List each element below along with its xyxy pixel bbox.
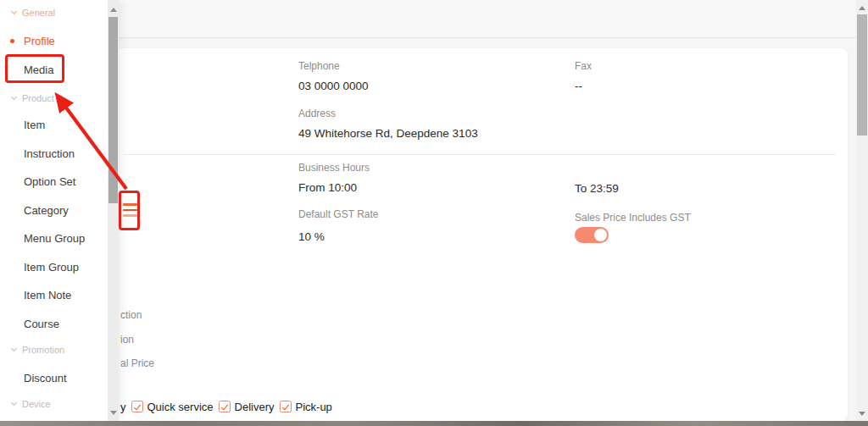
bottom-edge-strip — [0, 421, 868, 426]
checkbox-label: Pick-up — [296, 401, 332, 413]
page-scrollbar-thumb[interactable] — [857, 14, 867, 136]
sidebar-section-device[interactable]: Device — [12, 399, 51, 409]
chevron-down-icon — [11, 8, 17, 14]
checkbox-label: Delivery — [235, 401, 275, 413]
sidebar-section-label: Promotion — [22, 345, 64, 355]
scroll-down-icon[interactable] — [859, 412, 865, 416]
section-divider — [124, 154, 836, 155]
sidebar-item-label: Item Group — [24, 261, 79, 274]
chevron-down-icon — [11, 346, 17, 351]
partial-label-3: al Price — [120, 357, 154, 369]
check-icon — [133, 402, 140, 410]
page-header-band — [0, 0, 868, 38]
sidebar-item-label: Menu Group — [24, 232, 85, 245]
sidebar-item-course[interactable]: Course — [24, 318, 59, 330]
app-screen: Telphone 03 0000 0000 Fax -- Address 49 … — [0, 0, 868, 426]
checkbox-pick-up[interactable]: Pick-up — [280, 401, 332, 413]
telephone-label: Telphone — [298, 60, 340, 72]
service-label-partial: y — [120, 401, 126, 413]
partial-label-2: ion — [120, 334, 134, 346]
check-icon — [220, 402, 227, 410]
sidebar-section-product[interactable]: Product — [12, 93, 54, 103]
checkbox-quick-service[interactable]: Quick service — [131, 401, 214, 413]
sidebar-item-label: Course — [24, 318, 59, 330]
gst-rate-value: 10 % — [298, 230, 325, 243]
menu-icon[interactable] — [123, 214, 137, 217]
sidebar-item-label: Category — [24, 204, 69, 217]
menu-icon[interactable] — [123, 209, 137, 212]
sidebar-item-menu-group[interactable]: Menu Group — [24, 232, 85, 245]
sidebar-item-category[interactable]: Category — [24, 204, 69, 217]
scroll-down-icon[interactable] — [110, 411, 117, 415]
sidebar-item-item[interactable]: Item — [24, 119, 45, 131]
menu-icon[interactable] — [123, 203, 137, 206]
sidebar-item-option-set[interactable]: Option Set — [24, 175, 75, 188]
address-value: 49 Whitehorse Rd, Deepdene 3103 — [298, 127, 478, 140]
chevron-down-icon — [11, 400, 17, 406]
fax-label: Fax — [575, 60, 592, 72]
sidebar-item-label: Item — [24, 119, 45, 131]
business-hours-from: From 10:00 — [298, 181, 357, 194]
sidebar-item-label: Profile — [24, 35, 55, 47]
sidebar-item-item-note[interactable]: Item Note — [24, 289, 71, 302]
sidebar-item-label: Option Set — [24, 175, 75, 188]
sidebar-section-label: General — [22, 8, 55, 18]
gst-toggle-label: Sales Price Includes GST — [575, 212, 691, 224]
telephone-value: 03 0000 0000 — [298, 80, 369, 92]
page-scrollbar[interactable] — [856, 0, 868, 421]
toggle-knob — [594, 229, 607, 241]
sidebar-item-discount[interactable]: Discount — [24, 372, 67, 385]
checkbox-checked-icon[interactable] — [131, 401, 143, 412]
sidebar-item-instruction[interactable]: Instruction — [24, 147, 75, 160]
sidebar-section-label: Device — [22, 399, 51, 409]
checkbox-delivery[interactable]: Delivery — [219, 401, 275, 413]
scroll-up-icon[interactable] — [859, 6, 865, 10]
checkbox-checked-icon[interactable] — [280, 401, 292, 412]
chevron-down-icon — [11, 94, 17, 100]
gst-toggle-switch[interactable] — [575, 227, 609, 243]
fax-value: -- — [575, 80, 582, 92]
checkbox-checked-icon[interactable] — [219, 401, 231, 412]
business-hours-to: To 23:59 — [575, 182, 619, 195]
check-icon — [281, 402, 288, 410]
partial-label-1: ction — [120, 309, 142, 321]
business-hours-label: Business Hours — [298, 162, 370, 174]
sidebar-item-label: Instruction — [24, 147, 75, 160]
profile-card: Telphone 03 0000 0000 Fax -- Address 49 … — [119, 48, 848, 421]
sidebar-section-label: Product — [22, 93, 54, 103]
sidebar-section-general[interactable]: General — [12, 8, 55, 18]
service-type-row: y Quick service Delivery Pick-up — [120, 399, 332, 414]
checkbox-label: Quick service — [147, 401, 214, 413]
sidebar-item-label: Item Note — [24, 289, 71, 302]
sidebar-item-item-group[interactable]: Item Group — [24, 261, 79, 274]
sidebar-item-label: Discount — [24, 372, 67, 385]
sidebar-scrollbar[interactable] — [108, 0, 119, 421]
sidebar-section-promotion[interactable]: Promotion — [12, 345, 64, 355]
active-dot-icon — [10, 39, 14, 43]
gst-rate-label: Default GST Rate — [298, 208, 379, 220]
scroll-up-icon[interactable] — [110, 8, 117, 12]
sidebar-item-profile[interactable]: Profile — [24, 35, 55, 47]
sidebar-scrollbar-thumb[interactable] — [108, 17, 118, 203]
address-label: Address — [298, 108, 336, 119]
media-highlight-box — [5, 54, 64, 83]
